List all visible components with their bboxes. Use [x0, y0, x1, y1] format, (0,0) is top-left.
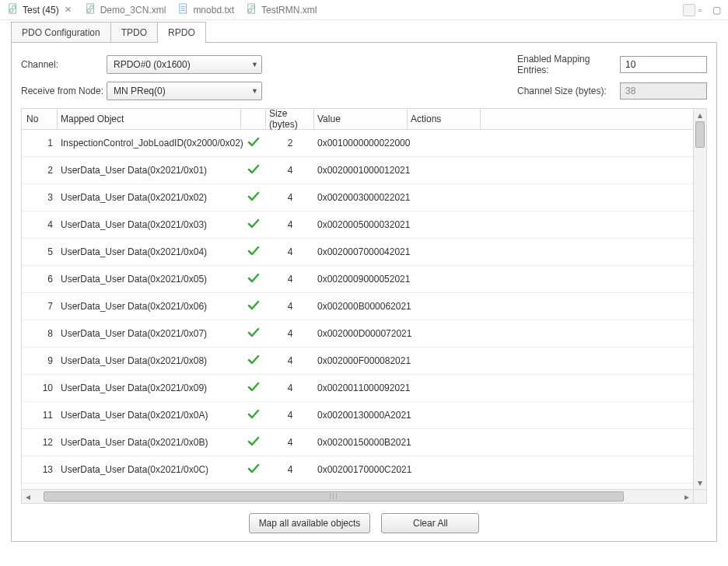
- maximize-icon[interactable]: ▢: [712, 5, 723, 16]
- rpdo-panel: Channel: RPDO#0 (0x1600) ▼ Enabled Mappi…: [11, 42, 717, 542]
- window-controls: ▫ ▢: [683, 4, 728, 16]
- table-row[interactable]: 8UserData_User Data(0x2021/0x07)40x00200…: [22, 320, 706, 348]
- cell-size: 4: [266, 410, 314, 421]
- table-body: 1InspectionControl_JobLoadID(0x2000/0x02…: [22, 130, 706, 503]
- tab-tpdo[interactable]: TPDO: [110, 22, 158, 43]
- editor-tab[interactable]: mnobd.txt: [172, 0, 240, 19]
- editor-tab-label: mnobd.txt: [193, 5, 234, 16]
- cell-check: [241, 327, 266, 341]
- cell-mapped-object: UserData_User Data(0x2021/0x02): [58, 192, 241, 203]
- cell-mapped-object: UserData_User Data(0x2021/0x09): [58, 383, 241, 393]
- cell-no: 5: [22, 246, 58, 257]
- scrollbar-corner: [693, 489, 706, 503]
- horizontal-scrollbar[interactable]: ◂ III ▸: [22, 489, 693, 503]
- editor-tab[interactable]: Test (45)✕: [2, 0, 79, 19]
- col-actions[interactable]: Actions: [408, 109, 481, 129]
- checkmark-icon: [247, 299, 260, 314]
- mapping-table: No Mapped Object Size (bytes) Value Acti…: [21, 108, 707, 504]
- checkmark-icon: [247, 435, 260, 450]
- channel-size-input: [620, 82, 707, 100]
- clear-all-button[interactable]: Clear All: [381, 513, 479, 533]
- scroll-thumb[interactable]: [695, 121, 705, 148]
- editor-tab[interactable]: TestRMN.xml: [240, 0, 323, 19]
- cell-check: [241, 435, 266, 450]
- checkmark-icon: [247, 381, 260, 396]
- col-mapped-object[interactable]: Mapped Object: [58, 109, 241, 129]
- scroll-right-icon[interactable]: ▸: [681, 491, 693, 502]
- cell-value: 0x0020005000032021: [314, 219, 408, 230]
- table-row[interactable]: 13UserData_User Data(0x2021/0x0C)40x0020…: [22, 456, 706, 484]
- scroll-left-icon[interactable]: ◂: [22, 491, 34, 502]
- col-no[interactable]: No: [22, 109, 58, 129]
- cell-mapped-object: UserData_User Data(0x2021/0x06): [58, 301, 241, 312]
- cell-check: [241, 299, 266, 314]
- cell-value: 0x00200150000B2021: [314, 437, 408, 448]
- cell-mapped-object: UserData_User Data(0x2021/0x04): [58, 246, 241, 257]
- cell-mapped-object: InspectionControl_JobLoadID(0x2000/0x02): [58, 138, 241, 148]
- cell-no: 9: [22, 355, 58, 366]
- cell-check: [241, 218, 266, 232]
- checkmark-icon: [247, 327, 260, 341]
- cell-no: 10: [22, 383, 58, 393]
- cell-mapped-object: UserData_User Data(0x2021/0x0A): [58, 410, 241, 421]
- cell-check: [241, 381, 266, 396]
- checkmark-icon: [247, 218, 260, 232]
- map-all-button[interactable]: Map all available objects: [249, 513, 371, 533]
- editor-tab[interactable]: Demo_3CN.xml: [79, 0, 173, 19]
- cell-check: [241, 272, 266, 287]
- cell-size: 4: [266, 165, 314, 176]
- table-row[interactable]: 9UserData_User Data(0x2021/0x08)40x00200…: [22, 348, 706, 375]
- tab-rpdo[interactable]: RPDO: [157, 22, 206, 43]
- channel-label: Channel:: [21, 59, 107, 70]
- table-row[interactable]: 5UserData_User Data(0x2021/0x04)40x00200…: [22, 239, 706, 266]
- minimize-icon[interactable]: ▫: [698, 5, 709, 16]
- cell-size: 4: [266, 219, 314, 230]
- receive-from-label: Receive from Node:: [21, 86, 107, 96]
- cell-size: 4: [266, 274, 314, 285]
- table-row[interactable]: 6UserData_User Data(0x2021/0x05)40x00200…: [22, 266, 706, 293]
- table-header: No Mapped Object Size (bytes) Value Acti…: [22, 109, 706, 130]
- scroll-up-icon[interactable]: ▴: [694, 109, 706, 121]
- table-row[interactable]: 2UserData_User Data(0x2021/0x01)40x00200…: [22, 157, 706, 184]
- cell-size: 4: [266, 383, 314, 393]
- cell-no: 13: [22, 464, 58, 475]
- table-row[interactable]: 4UserData_User Data(0x2021/0x03)40x00200…: [22, 211, 706, 239]
- vertical-scrollbar[interactable]: ▴ ▾: [693, 109, 706, 489]
- chevron-down-icon: ▼: [251, 87, 258, 95]
- scroll-down-icon[interactable]: ▾: [694, 477, 706, 489]
- cell-no: 2: [22, 165, 58, 176]
- cell-no: 6: [22, 274, 58, 285]
- cell-size: 4: [266, 355, 314, 366]
- cell-check: [241, 163, 266, 178]
- table-row[interactable]: 10UserData_User Data(0x2021/0x09)40x0020…: [22, 375, 706, 402]
- cell-check: [241, 463, 266, 477]
- cell-value: 0x0020007000042021: [314, 246, 408, 257]
- cell-value: 0x0020011000092021: [314, 383, 408, 393]
- cell-size: 4: [266, 328, 314, 339]
- checkmark-icon: [247, 463, 260, 477]
- cell-size: 4: [266, 437, 314, 448]
- toolbar-icon[interactable]: [683, 4, 695, 16]
- table-row[interactable]: 1InspectionControl_JobLoadID(0x2000/0x02…: [22, 130, 706, 157]
- checkmark-icon: [247, 272, 260, 287]
- cell-value: 0x0010000000022000: [314, 138, 408, 148]
- table-row[interactable]: 7UserData_User Data(0x2021/0x06)40x00200…: [22, 293, 706, 320]
- close-icon[interactable]: ✕: [63, 5, 73, 15]
- table-row[interactable]: 12UserData_User Data(0x2021/0x0B)40x0020…: [22, 429, 706, 456]
- enabled-entries-input[interactable]: [620, 56, 707, 73]
- table-row[interactable]: 3UserData_User Data(0x2021/0x02)40x00200…: [22, 184, 706, 211]
- channel-select[interactable]: RPDO#0 (0x1600) ▼: [107, 55, 262, 74]
- receive-from-select[interactable]: MN PReq(0) ▼: [107, 82, 262, 100]
- receive-from-value: MN PReq(0): [114, 86, 166, 96]
- cell-no: 7: [22, 301, 58, 312]
- tab-pdo-configuration[interactable]: PDO Configuration: [11, 22, 111, 43]
- col-value[interactable]: Value: [314, 109, 408, 129]
- cell-mapped-object: UserData_User Data(0x2021/0x01): [58, 165, 241, 176]
- table-row[interactable]: 11UserData_User Data(0x2021/0x0A)40x0020…: [22, 402, 706, 429]
- hscroll-thumb[interactable]: III: [44, 491, 624, 501]
- cell-size: 4: [266, 301, 314, 312]
- xml-file-icon: [247, 3, 257, 16]
- checkmark-icon: [247, 190, 260, 205]
- cell-value: 0x0020009000052021: [314, 274, 408, 285]
- col-size[interactable]: Size (bytes): [266, 109, 314, 129]
